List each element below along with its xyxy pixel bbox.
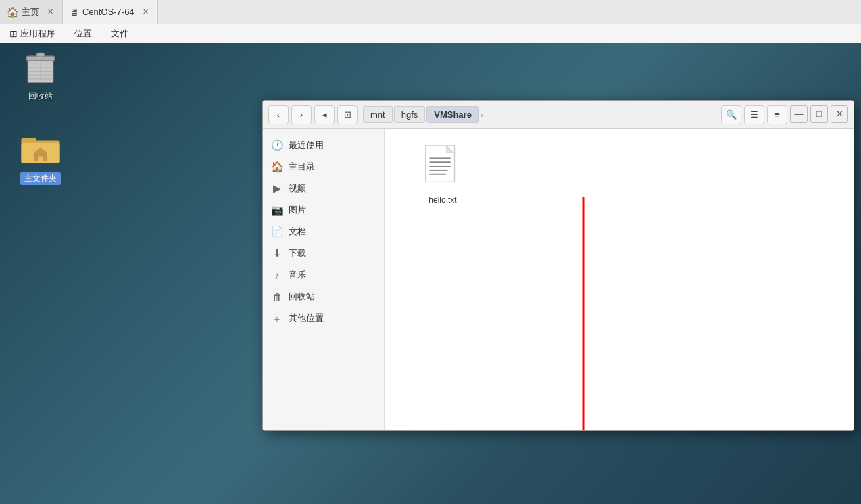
desktop-icon-home-folder[interactable]: 主文件夹 — [14, 129, 68, 185]
history-button[interactable]: ◂ — [314, 105, 335, 124]
videos-icon: ▶ — [271, 182, 283, 195]
menu-icon: ≡ — [774, 109, 780, 120]
history-icon: ◂ — [322, 109, 327, 120]
sidebar-recent-label: 最近使用 — [289, 139, 324, 151]
home-folder-label: 主文件夹 — [20, 172, 61, 185]
search-button[interactable]: 🔍 — [721, 105, 741, 124]
svg-rect-10 — [36, 53, 44, 57]
tab-centos-label: CentOS-7-64 — [82, 7, 134, 17]
sidebar-item-other[interactable]: + 其他位置 — [263, 307, 384, 329]
tab-home[interactable]: 🏠 主页 ✕ — [0, 0, 63, 24]
svg-rect-16 — [38, 157, 43, 162]
home-tab-icon: 🏠 — [7, 7, 18, 18]
fm-toolbar: ‹ › ◂ ⊡ mnt hgfs VMShare › 🔍 — [263, 101, 854, 129]
menubar-apps[interactable]: ⊞ 应用程序 — [5, 26, 59, 41]
menubar: ⊞ 应用程序 位置 文件 — [0, 24, 861, 43]
menubar-apps-label: 应用程序 — [20, 28, 55, 40]
breadcrumb-hgfs[interactable]: hgfs — [394, 106, 426, 123]
other-icon: + — [271, 313, 283, 324]
menubar-location[interactable]: 位置 — [70, 26, 96, 41]
view-options-icon: ☰ — [750, 109, 758, 120]
sidebar-documents-label: 文档 — [289, 226, 306, 238]
desktop-icon-trash[interactable]: 回收站 — [14, 47, 68, 102]
recent-icon: 🕐 — [271, 139, 283, 151]
breadcrumb-vmshare[interactable]: VMShare — [426, 106, 479, 123]
taskbar: 🏠 主页 ✕ 🖥 CentOS-7-64 ✕ — [0, 0, 861, 24]
menubar-file[interactable]: 文件 — [107, 26, 132, 41]
menu-button[interactable]: ≡ — [767, 105, 787, 124]
sidebar-home-label: 主目录 — [289, 161, 315, 173]
sidebar-pictures-label: 图片 — [289, 204, 306, 216]
music-icon: ♪ — [271, 270, 283, 281]
maximize-icon: □ — [816, 109, 822, 119]
sidebar-item-home[interactable]: 🏠 主目录 — [263, 156, 384, 178]
tab-home-label: 主页 — [22, 6, 39, 18]
file-hello-txt[interactable]: hello.txt — [416, 138, 470, 210]
fm-content: 🕐 最近使用 🏠 主目录 ▶ 视频 📷 图片 📄 文档 — [263, 129, 854, 430]
menubar-location-label: 位置 — [74, 28, 92, 40]
back-icon: ‹ — [277, 109, 280, 120]
tab-centos-close[interactable]: ✕ — [141, 7, 151, 17]
desktop-icons: 回收站 主文件夹 — [14, 47, 68, 185]
desktop: 🏠 主页 ✕ 🖥 CentOS-7-64 ✕ ⊞ 应用程序 位置 文件 — [0, 0, 861, 504]
fm-files: hello.txt — [385, 129, 854, 430]
toolbar-right: 🔍 ☰ ≡ — □ ✕ — [721, 105, 848, 124]
trash-icon — [20, 47, 61, 88]
menubar-file-label: 文件 — [111, 28, 128, 40]
centos-tab-icon: 🖥 — [70, 7, 79, 18]
downloads-icon: ⬇ — [271, 247, 283, 259]
maximize-button[interactable]: □ — [810, 105, 828, 123]
sidebar-item-downloads[interactable]: ⬇ 下载 — [263, 243, 384, 264]
forward-icon: › — [300, 109, 303, 120]
home-folder-icon — [20, 129, 61, 170]
home-sidebar-icon: 🏠 — [271, 161, 283, 173]
sidebar-item-trash[interactable]: 🗑 回收站 — [263, 286, 384, 307]
annotation-arrow — [576, 197, 590, 430]
bookmarks-icon: ⊡ — [344, 109, 351, 120]
hello-txt-label: hello.txt — [428, 195, 456, 205]
bookmarks-button[interactable]: ⊡ — [337, 105, 358, 124]
pictures-icon: 📷 — [271, 204, 283, 216]
sidebar-videos-label: 视频 — [289, 182, 306, 195]
breadcrumb-next-arrow: › — [481, 111, 483, 119]
sidebar-item-recent[interactable]: 🕐 最近使用 — [263, 134, 384, 156]
minimize-icon: — — [795, 109, 804, 119]
fm-sidebar: 🕐 最近使用 🏠 主目录 ▶ 视频 📷 图片 📄 文档 — [263, 129, 385, 430]
sidebar-item-documents[interactable]: 📄 文档 — [263, 221, 384, 243]
sidebar-music-label: 音乐 — [289, 269, 306, 281]
tab-home-close[interactable]: ✕ — [45, 7, 55, 17]
sidebar-trash-label: 回收站 — [289, 291, 315, 303]
close-icon: ✕ — [836, 109, 843, 119]
close-button[interactable]: ✕ — [831, 105, 848, 123]
apps-icon: ⊞ — [9, 28, 18, 39]
trash-sidebar-icon: 🗑 — [271, 291, 283, 303]
sidebar-other-label: 其他位置 — [289, 312, 324, 324]
file-manager-window: ‹ › ◂ ⊡ mnt hgfs VMShare › 🔍 — [262, 100, 854, 431]
forward-button[interactable]: › — [291, 105, 312, 124]
search-icon: 🔍 — [726, 109, 737, 120]
back-button[interactable]: ‹ — [268, 105, 289, 124]
svg-rect-12 — [22, 138, 37, 144]
sidebar-item-pictures[interactable]: 📷 图片 — [263, 199, 384, 221]
documents-icon: 📄 — [271, 226, 283, 238]
tab-centos[interactable]: 🖥 CentOS-7-64 ✕ — [63, 0, 158, 24]
txt-file-icon — [422, 144, 463, 191]
sidebar-downloads-label: 下载 — [289, 247, 306, 259]
breadcrumb: mnt hgfs VMShare › — [363, 106, 718, 123]
view-options-button[interactable]: ☰ — [744, 105, 764, 124]
sidebar-item-music[interactable]: ♪ 音乐 — [263, 264, 384, 286]
minimize-button[interactable]: — — [790, 105, 808, 123]
trash-label: 回收站 — [28, 91, 53, 102]
breadcrumb-mnt[interactable]: mnt — [363, 106, 393, 123]
sidebar-item-videos[interactable]: ▶ 视频 — [263, 178, 384, 199]
